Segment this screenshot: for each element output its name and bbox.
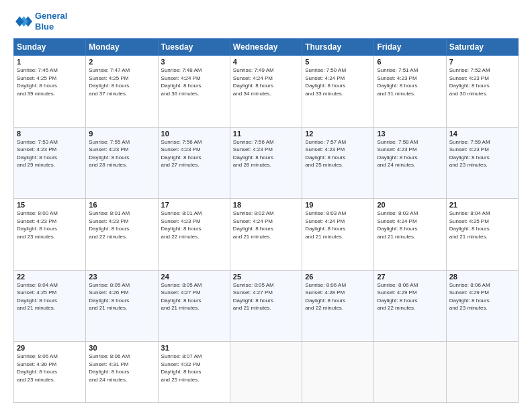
calendar-cell: 22Sunrise: 8:04 AMSunset: 4:25 PMDayligh… — [14, 270, 86, 341]
calendar-cell: 14Sunrise: 7:59 AMSunset: 4:23 PMDayligh… — [446, 127, 518, 198]
cell-details: Sunrise: 8:02 AMSunset: 4:24 PMDaylight:… — [233, 210, 299, 240]
cell-details: Sunrise: 7:51 AMSunset: 4:23 PMDaylight:… — [377, 66, 443, 97]
calendar-cell: 23Sunrise: 8:05 AMSunset: 4:26 PMDayligh… — [86, 270, 158, 341]
day-number: 17 — [161, 201, 227, 209]
weekday-header: Sunday — [14, 39, 86, 56]
day-number: 31 — [161, 344, 227, 352]
calendar-cell: 5Sunrise: 7:50 AMSunset: 4:24 PMDaylight… — [302, 56, 374, 127]
cell-details: Sunrise: 7:56 AMSunset: 4:23 PMDaylight:… — [161, 138, 227, 169]
cell-details: Sunrise: 8:07 AMSunset: 4:32 PMDaylight:… — [161, 353, 227, 383]
cell-details: Sunrise: 8:04 AMSunset: 4:25 PMDaylight:… — [449, 210, 515, 240]
page: General Blue SundayMondayTuesdayWednesda… — [0, 0, 532, 411]
cell-details: Sunrise: 8:06 AMSunset: 4:31 PMDaylight:… — [89, 353, 154, 383]
cell-details: Sunrise: 7:52 AMSunset: 4:23 PMDaylight:… — [449, 66, 515, 97]
calendar-cell — [446, 342, 518, 403]
day-number: 20 — [377, 201, 443, 209]
calendar-cell: 15Sunrise: 8:00 AMSunset: 4:23 PMDayligh… — [14, 199, 86, 270]
calendar-table: SundayMondayTuesdayWednesdayThursdayFrid… — [13, 38, 519, 403]
calendar-cell: 7Sunrise: 7:52 AMSunset: 4:23 PMDaylight… — [446, 56, 518, 127]
day-number: 19 — [305, 201, 371, 209]
day-number: 3 — [161, 58, 227, 66]
cell-details: Sunrise: 8:01 AMSunset: 4:23 PMDaylight:… — [89, 210, 154, 240]
day-number: 5 — [305, 58, 371, 66]
cell-details: Sunrise: 7:48 AMSunset: 4:24 PMDaylight:… — [161, 66, 227, 97]
logo: General Blue — [13, 11, 67, 32]
day-number: 24 — [161, 273, 227, 281]
logo-text: General Blue — [35, 11, 67, 32]
day-number: 16 — [89, 201, 154, 209]
cell-details: Sunrise: 8:05 AMSunset: 4:27 PMDaylight:… — [233, 281, 299, 312]
cell-details: Sunrise: 8:05 AMSunset: 4:27 PMDaylight:… — [161, 281, 227, 312]
weekday-header: Monday — [86, 39, 158, 56]
cell-details: Sunrise: 8:06 AMSunset: 4:28 PMDaylight:… — [305, 281, 371, 312]
day-number: 29 — [17, 344, 83, 352]
cell-details: Sunrise: 7:53 AMSunset: 4:23 PMDaylight:… — [17, 138, 83, 169]
day-number: 4 — [233, 58, 299, 66]
day-number: 8 — [17, 130, 83, 138]
day-number: 1 — [17, 58, 83, 66]
calendar-cell — [374, 342, 446, 403]
cell-details: Sunrise: 7:58 AMSunset: 4:23 PMDaylight:… — [377, 138, 443, 169]
calendar-cell: 10Sunrise: 7:56 AMSunset: 4:23 PMDayligh… — [158, 127, 230, 198]
calendar-cell — [230, 342, 302, 403]
cell-details: Sunrise: 7:49 AMSunset: 4:24 PMDaylight:… — [233, 66, 299, 97]
calendar-cell: 11Sunrise: 7:56 AMSunset: 4:23 PMDayligh… — [230, 127, 302, 198]
calendar-week-row: 8Sunrise: 7:53 AMSunset: 4:23 PMDaylight… — [14, 127, 519, 198]
weekday-header: Tuesday — [158, 39, 230, 56]
calendar-cell: 18Sunrise: 8:02 AMSunset: 4:24 PMDayligh… — [230, 199, 302, 270]
header: General Blue — [13, 11, 519, 32]
day-number: 18 — [233, 201, 299, 209]
weekday-header: Wednesday — [230, 39, 302, 56]
calendar-cell: 25Sunrise: 8:05 AMSunset: 4:27 PMDayligh… — [230, 270, 302, 341]
cell-details: Sunrise: 8:03 AMSunset: 4:24 PMDaylight:… — [377, 210, 443, 240]
cell-details: Sunrise: 8:06 AMSunset: 4:29 PMDaylight:… — [449, 281, 515, 312]
day-number: 14 — [449, 130, 515, 138]
calendar-cell: 26Sunrise: 8:06 AMSunset: 4:28 PMDayligh… — [302, 270, 374, 341]
day-number: 2 — [89, 58, 154, 66]
cell-details: Sunrise: 7:45 AMSunset: 4:25 PMDaylight:… — [17, 66, 83, 97]
calendar-cell: 1Sunrise: 7:45 AMSunset: 4:25 PMDaylight… — [14, 56, 86, 127]
day-number: 7 — [449, 58, 515, 66]
calendar-cell — [302, 342, 374, 403]
calendar-cell: 27Sunrise: 8:06 AMSunset: 4:29 PMDayligh… — [374, 270, 446, 341]
calendar-cell: 9Sunrise: 7:55 AMSunset: 4:23 PMDaylight… — [86, 127, 158, 198]
weekday-header-row: SundayMondayTuesdayWednesdayThursdayFrid… — [14, 39, 519, 56]
day-number: 6 — [377, 58, 443, 66]
cell-details: Sunrise: 7:50 AMSunset: 4:24 PMDaylight:… — [305, 66, 371, 97]
cell-details: Sunrise: 7:55 AMSunset: 4:23 PMDaylight:… — [89, 138, 154, 169]
calendar-cell: 20Sunrise: 8:03 AMSunset: 4:24 PMDayligh… — [374, 199, 446, 270]
cell-details: Sunrise: 8:06 AMSunset: 4:30 PMDaylight:… — [17, 353, 83, 383]
calendar-week-row: 1Sunrise: 7:45 AMSunset: 4:25 PMDaylight… — [14, 56, 519, 127]
weekday-header: Saturday — [446, 39, 518, 56]
calendar-week-row: 15Sunrise: 8:00 AMSunset: 4:23 PMDayligh… — [14, 199, 519, 270]
day-number: 11 — [233, 130, 299, 138]
cell-details: Sunrise: 8:00 AMSunset: 4:23 PMDaylight:… — [17, 210, 83, 240]
cell-details: Sunrise: 8:05 AMSunset: 4:26 PMDaylight:… — [89, 281, 154, 312]
calendar-cell: 19Sunrise: 8:03 AMSunset: 4:24 PMDayligh… — [302, 199, 374, 270]
day-number: 27 — [377, 273, 443, 281]
day-number: 12 — [305, 130, 371, 138]
calendar-cell: 13Sunrise: 7:58 AMSunset: 4:23 PMDayligh… — [374, 127, 446, 198]
calendar-cell: 2Sunrise: 7:47 AMSunset: 4:25 PMDaylight… — [86, 56, 158, 127]
cell-details: Sunrise: 7:59 AMSunset: 4:23 PMDaylight:… — [449, 138, 515, 169]
calendar-cell: 8Sunrise: 7:53 AMSunset: 4:23 PMDaylight… — [14, 127, 86, 198]
calendar-week-row: 29Sunrise: 8:06 AMSunset: 4:30 PMDayligh… — [14, 342, 519, 403]
day-number: 10 — [161, 130, 227, 138]
cell-details: Sunrise: 7:57 AMSunset: 4:23 PMDaylight:… — [305, 138, 371, 169]
calendar-cell: 31Sunrise: 8:07 AMSunset: 4:32 PMDayligh… — [158, 342, 230, 403]
calendar-cell: 30Sunrise: 8:06 AMSunset: 4:31 PMDayligh… — [86, 342, 158, 403]
day-number: 28 — [449, 273, 515, 281]
calendar-cell: 29Sunrise: 8:06 AMSunset: 4:30 PMDayligh… — [14, 342, 86, 403]
calendar-cell: 16Sunrise: 8:01 AMSunset: 4:23 PMDayligh… — [86, 199, 158, 270]
day-number: 21 — [449, 201, 515, 209]
calendar-cell: 17Sunrise: 8:01 AMSunset: 4:23 PMDayligh… — [158, 199, 230, 270]
cell-details: Sunrise: 8:03 AMSunset: 4:24 PMDaylight:… — [305, 210, 371, 240]
cell-details: Sunrise: 8:06 AMSunset: 4:29 PMDaylight:… — [377, 281, 443, 312]
day-number: 13 — [377, 130, 443, 138]
cell-details: Sunrise: 7:47 AMSunset: 4:25 PMDaylight:… — [89, 66, 154, 97]
weekday-header: Thursday — [302, 39, 374, 56]
calendar-cell: 6Sunrise: 7:51 AMSunset: 4:23 PMDaylight… — [374, 56, 446, 127]
logo-icon — [13, 12, 32, 31]
day-number: 23 — [89, 273, 154, 281]
calendar-cell: 4Sunrise: 7:49 AMSunset: 4:24 PMDaylight… — [230, 56, 302, 127]
